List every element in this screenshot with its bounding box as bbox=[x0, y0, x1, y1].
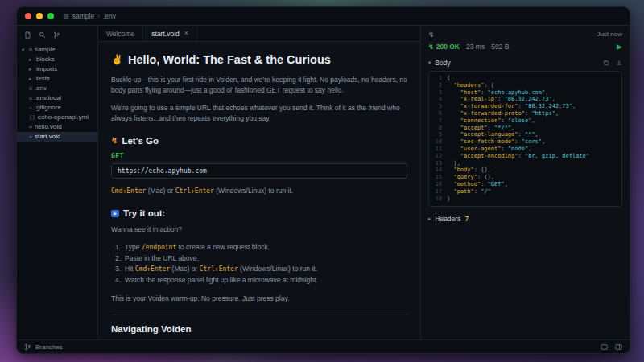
window-controls bbox=[25, 13, 54, 19]
search-icon[interactable] bbox=[39, 31, 46, 39]
tree-item-label: imports bbox=[36, 64, 57, 74]
json-punct: , bbox=[555, 110, 559, 117]
json-line: 2 "headers": { bbox=[429, 82, 617, 89]
intro-paragraph-1: Buckle up—this is your first ride in Voi… bbox=[111, 75, 407, 96]
json-punct bbox=[447, 146, 460, 152]
text-run: Watch the response panel light up like a… bbox=[125, 276, 318, 284]
warmup-text: This is your Voiden warm-up. No pressure… bbox=[111, 294, 407, 304]
tree-item-label: tests bbox=[36, 74, 50, 84]
tree-item-blocks[interactable]: ▸blocks bbox=[17, 55, 97, 64]
json-code: "x-forwarded-proto": "https", bbox=[447, 110, 559, 117]
json-string: "br, gzip, deflate" bbox=[525, 153, 589, 159]
toggle-panel-bottom-icon[interactable] bbox=[601, 343, 608, 351]
headers-section-header[interactable]: ▸ Headers 7 bbox=[421, 212, 630, 226]
line-number: 17 bbox=[429, 188, 447, 195]
json-code: "connection": "close", bbox=[447, 117, 535, 125]
tab-welcome[interactable]: Welcome bbox=[98, 26, 143, 41]
json-code: }, bbox=[447, 160, 460, 167]
tree-item-label: sample bbox=[35, 45, 56, 55]
branches-button[interactable]: Branches bbox=[24, 343, 63, 351]
line-number: 12 bbox=[429, 153, 447, 160]
inline-code: Ctrl+Enter bbox=[200, 265, 238, 273]
json-code: "accept": "*/*", bbox=[447, 125, 514, 132]
tree-item-hello-void[interactable]: ∞hello.void bbox=[17, 122, 97, 132]
breadcrumb-file[interactable]: .env bbox=[103, 12, 116, 20]
json-punct bbox=[447, 110, 460, 117]
breadcrumb-separator: › bbox=[97, 12, 100, 20]
tree-item-imports[interactable]: ▸imports bbox=[17, 64, 97, 74]
file-icon: ◇ bbox=[29, 103, 32, 113]
request-url-input[interactable]: https://echo.apyhub.com bbox=[111, 163, 407, 179]
line-number: 6 bbox=[429, 110, 447, 117]
step-number: 4. bbox=[115, 275, 121, 286]
json-line: 18} bbox=[429, 195, 617, 203]
new-file-icon[interactable] bbox=[24, 31, 31, 39]
branch-icon bbox=[24, 343, 31, 351]
intro-paragraph-2: We're going to use a simple URL that ech… bbox=[111, 103, 407, 124]
line-number: 11 bbox=[429, 146, 447, 153]
tree-item-gitignore[interactable]: ◇.gitignore bbox=[17, 103, 97, 113]
close-icon[interactable]: × bbox=[184, 30, 188, 37]
chevron-right-icon: ▸ bbox=[428, 216, 431, 222]
json-key: "host" bbox=[460, 89, 481, 96]
tree-item-label: blocks bbox=[36, 55, 55, 64]
json-key: "x-forwarded-for" bbox=[460, 103, 518, 109]
json-punct: : bbox=[501, 146, 507, 152]
json-punct bbox=[447, 96, 460, 102]
editor-pane: Welcomestart.void× ✌ Hello, World: The F… bbox=[98, 26, 421, 339]
tab-start-void[interactable]: start.void× bbox=[143, 26, 197, 41]
line-number: 18 bbox=[429, 195, 447, 203]
minimize-window-button[interactable] bbox=[36, 13, 43, 19]
lets-go-heading-text: Let's Go bbox=[122, 136, 159, 146]
json-code: "accept-encoding": "br, gzip, deflate" bbox=[447, 153, 589, 160]
download-icon[interactable] bbox=[616, 60, 622, 66]
json-punct bbox=[447, 125, 460, 131]
tree-item-sample[interactable]: ▾⊞sample bbox=[17, 45, 97, 55]
json-key: "accept-language" bbox=[460, 131, 518, 138]
step-text: Hit Cmd+Enter (Mac) or Ctrl+Enter (Windo… bbox=[125, 264, 317, 275]
status-bar: Branches bbox=[17, 339, 630, 353]
copy-icon[interactable] bbox=[603, 60, 609, 66]
json-key: "body" bbox=[453, 167, 473, 173]
body-section-actions bbox=[603, 60, 622, 66]
zoom-window-button[interactable] bbox=[47, 13, 54, 19]
response-time: 23 ms bbox=[466, 43, 485, 51]
close-window-button[interactable] bbox=[25, 13, 31, 19]
file-tree: ▾⊞sample▸blocks▸imports▸tests≡.env≡.env.… bbox=[17, 43, 97, 143]
status-badge: ↯ 200 OK bbox=[428, 43, 460, 51]
breadcrumb-root[interactable]: sample bbox=[72, 12, 94, 20]
response-body-json[interactable]: 1{2 "headers": {3 "host": "echo.apyhub.c… bbox=[428, 71, 622, 207]
json-punct bbox=[447, 153, 460, 159]
line-number: 10 bbox=[429, 138, 447, 146]
step-item: 2.Paste in the URL above. bbox=[115, 253, 407, 265]
document-content: ✌ Hello, World: The Fast & the Curious B… bbox=[98, 42, 420, 339]
project-icon: ⊞ bbox=[64, 13, 69, 20]
json-line: 13 }, bbox=[429, 160, 617, 167]
tree-item-start-void[interactable]: ∞start.void bbox=[17, 132, 97, 142]
json-code: "headers": { bbox=[447, 82, 494, 89]
json-key: "x-real-ip" bbox=[460, 96, 497, 102]
tree-item-env[interactable]: ≡.env bbox=[17, 84, 97, 93]
json-code: "query": {}, bbox=[447, 174, 494, 181]
git-icon[interactable] bbox=[53, 31, 60, 39]
body-section-header[interactable]: ▾ Body bbox=[421, 56, 630, 70]
run-request-button[interactable]: ▶ bbox=[617, 43, 622, 51]
json-punct: : { bbox=[484, 82, 494, 88]
tree-item-echo-openapi-yml[interactable]: {}echo-openapi.yml bbox=[17, 113, 97, 122]
text-run: (Mac) or bbox=[170, 265, 199, 273]
tree-item-tests[interactable]: ▸tests bbox=[17, 74, 97, 84]
line-number: 16 bbox=[429, 181, 447, 188]
statusbar-actions bbox=[601, 343, 622, 351]
toggle-panel-right-icon[interactable] bbox=[615, 343, 622, 351]
json-punct: , bbox=[545, 89, 548, 96]
json-key: "connection" bbox=[460, 117, 502, 124]
json-string: "close" bbox=[508, 117, 532, 124]
json-key: "sec-fetch-mode" bbox=[460, 138, 514, 145]
request-method-label[interactable]: GET bbox=[111, 153, 407, 160]
tab-label: start.void bbox=[151, 30, 180, 38]
tree-item-env-local[interactable]: ≡.env.local bbox=[17, 93, 97, 103]
json-punct bbox=[447, 117, 460, 124]
text-run: (Mac) or bbox=[146, 187, 175, 195]
page-title-text: Hello, World: The Fast & the Curious bbox=[128, 53, 331, 66]
json-punct: , bbox=[505, 181, 508, 187]
